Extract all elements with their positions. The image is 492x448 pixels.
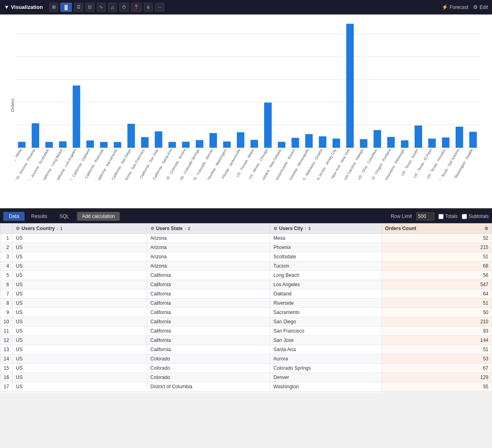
- gear-icon-state[interactable]: ⚙: [150, 226, 154, 231]
- bar-chart-svg: 2004006008001,000US · Arizona · MesaUS ·…: [15, 19, 484, 180]
- totals-checkbox-label[interactable]: Totals: [438, 214, 458, 219]
- city-cell: Washington: [270, 382, 382, 391]
- country-cell: US: [13, 289, 147, 299]
- city-cell: Santa Ana: [270, 345, 382, 354]
- svg-rect-47: [264, 103, 272, 148]
- orders-cell: 67: [382, 364, 492, 373]
- forecast-button[interactable]: ⚡ Forecast: [442, 4, 469, 10]
- svg-rect-51: [292, 138, 299, 148]
- orders-cell: 93: [382, 327, 492, 336]
- tab-sql[interactable]: SQL: [54, 212, 75, 221]
- area-icon-btn[interactable]: △: [108, 3, 117, 12]
- state-cell: Arizona: [147, 234, 270, 243]
- gear-icon-orders[interactable]: ⚙: [484, 226, 488, 231]
- orders-cell: 64: [382, 289, 492, 299]
- table-row: 6 US California Los Angeles 547: [0, 280, 492, 289]
- line-icon-btn[interactable]: ∿: [97, 3, 106, 12]
- state-cell: California: [147, 289, 270, 299]
- table-row: 8 US California Riverside 51: [0, 299, 492, 308]
- bar-chart-icon-btn[interactable]: ▐▌: [60, 3, 72, 12]
- table-row: 17 US District of Columbia Washington 55: [0, 382, 492, 391]
- pin-icon-btn[interactable]: 📍: [131, 3, 142, 12]
- col-header-city: ⚙ Users City ↑ 3: [270, 224, 382, 234]
- table-row: 4 US Arizona Tucson 68: [0, 262, 492, 271]
- scatter-icon-btn[interactable]: ⊡: [85, 3, 94, 12]
- table-row: 11 US California San Francisco 93: [0, 327, 492, 336]
- svg-rect-15: [45, 142, 53, 148]
- city-cell: Riverside: [270, 299, 382, 308]
- subtotals-checkbox-label[interactable]: Subtotals: [462, 214, 489, 219]
- svg-rect-69: [415, 126, 422, 148]
- svg-rect-13: [32, 123, 40, 148]
- orders-cell: 136: [382, 391, 492, 393]
- tab-data[interactable]: Data: [3, 212, 25, 221]
- row-num-cell: 14: [0, 354, 13, 364]
- chart-area: Orders 2004006008001,000US · Arizona · M…: [0, 15, 492, 208]
- number-icon-btn[interactable]: 6: [144, 3, 153, 12]
- orders-cell: 144: [382, 336, 492, 345]
- data-table: ⚙ Users Country ↓ 1 ⚙ Users State ↑ 2: [0, 223, 492, 393]
- row-num-cell: 1: [0, 234, 13, 243]
- svg-rect-21: [86, 140, 94, 148]
- top-bar: ▼ Visualization ⊞ ▐▌ ☰ ⊡ ∿ △ ⏱ 📍 6 ··· ⚡…: [0, 0, 492, 15]
- col-label-orders: Orders Count: [385, 226, 416, 231]
- orders-cell: 210: [382, 317, 492, 327]
- svg-rect-73: [442, 138, 450, 148]
- sort-num-country: 1: [60, 226, 63, 231]
- orders-cell: 215: [382, 243, 492, 252]
- country-cell: US: [13, 234, 147, 243]
- city-cell: Mesa: [270, 234, 382, 243]
- row-num-header: [0, 224, 13, 234]
- svg-rect-19: [73, 86, 80, 148]
- svg-rect-71: [428, 138, 436, 148]
- edit-button[interactable]: ⚙ Edit: [473, 4, 488, 10]
- country-cell: US: [13, 364, 147, 373]
- tab-results[interactable]: Results: [25, 212, 53, 221]
- table-row: 5 US California Long Beach 56: [0, 271, 492, 280]
- orders-cell: 53: [382, 354, 492, 364]
- col-header-state: ⚙ Users State ↑ 2: [147, 224, 270, 234]
- orders-cell: 129: [382, 373, 492, 382]
- country-cell: US: [13, 391, 147, 393]
- svg-rect-11: [18, 142, 26, 148]
- row-limit-input[interactable]: [416, 212, 434, 220]
- svg-rect-41: [223, 142, 231, 148]
- country-cell: US: [13, 280, 147, 289]
- add-calculation-button[interactable]: Add calculation: [77, 212, 119, 221]
- row-limit-label: Row Limit: [391, 214, 412, 219]
- svg-rect-17: [59, 141, 67, 148]
- state-cell: Arizona: [147, 252, 270, 262]
- row-num-cell: 10: [0, 317, 13, 327]
- totals-checkbox[interactable]: [438, 214, 444, 219]
- table-row: 7 US California Oakland 64: [0, 289, 492, 299]
- state-cell: California: [147, 271, 270, 280]
- col-label-country: Users Country: [21, 226, 55, 231]
- row-num-cell: 18: [0, 391, 13, 393]
- city-cell: San Francisco: [270, 327, 382, 336]
- svg-rect-75: [456, 127, 463, 148]
- list-icon-btn[interactable]: ☰: [74, 3, 83, 12]
- sort-num-city: 3: [308, 226, 311, 231]
- gear-icon-country[interactable]: ⚙: [16, 226, 20, 231]
- state-cell: California: [147, 308, 270, 317]
- row-num-cell: 8: [0, 299, 13, 308]
- more-icon-btn[interactable]: ···: [155, 3, 164, 12]
- row-num-cell: 11: [0, 327, 13, 336]
- panel-tabs-bar: Data Results SQL Add calculation Row Lim…: [0, 209, 492, 223]
- gear-icon-city[interactable]: ⚙: [273, 226, 277, 231]
- country-cell: US: [13, 336, 147, 345]
- subtotals-checkbox[interactable]: [462, 214, 467, 219]
- chevron-down-icon[interactable]: ▼: [4, 4, 9, 10]
- clock-icon-btn[interactable]: ⏱: [119, 3, 129, 12]
- city-cell: Aurora: [270, 354, 382, 364]
- sort-num-state: 2: [188, 226, 190, 231]
- chart-type-icons: ⊞ ▐▌ ☰ ⊡ ∿ △ ⏱ 📍 6 ···: [49, 3, 438, 12]
- country-cell: US: [13, 327, 147, 336]
- table-icon-btn[interactable]: ⊞: [49, 3, 58, 12]
- country-cell: US: [13, 243, 147, 252]
- svg-rect-37: [196, 140, 203, 148]
- orders-cell: 51: [382, 299, 492, 308]
- state-cell: California: [147, 327, 270, 336]
- edit-icon: ⚙: [473, 4, 478, 10]
- city-cell: Los Angeles: [270, 280, 382, 289]
